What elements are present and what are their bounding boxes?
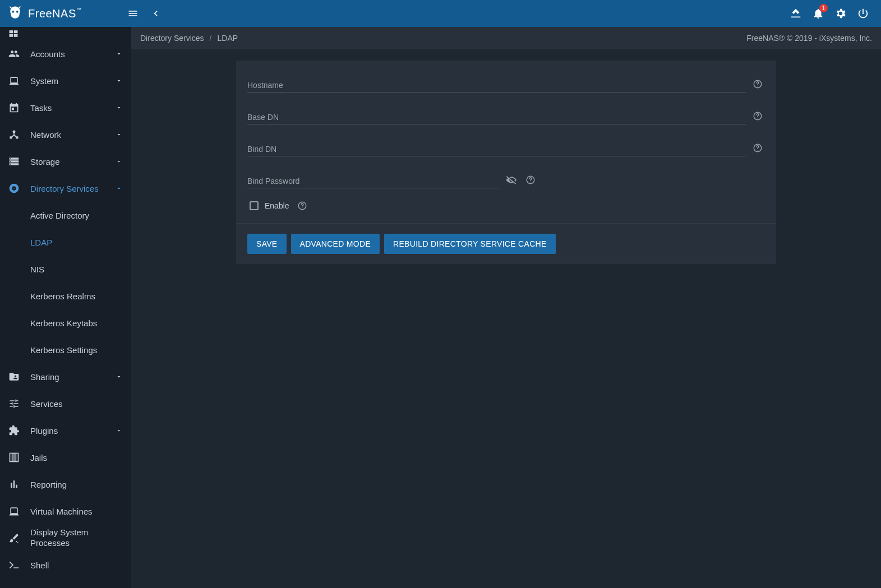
svg-rect-2 — [10, 34, 13, 37]
sidebar-subitem-kerberos-realms[interactable]: Kerberos Realms — [0, 283, 131, 309]
chevron-down-icon — [114, 77, 123, 84]
breadcrumb-sep: / — [210, 34, 212, 43]
chevron-down-icon — [114, 131, 123, 138]
hostname-help-button[interactable] — [750, 77, 765, 91]
save-button[interactable]: SAVE — [247, 234, 287, 254]
sidebar-subitem-kerberos-keytabs[interactable]: Kerberos Keytabs — [0, 309, 131, 336]
sidebar-item-label: Sharing — [30, 372, 104, 382]
bind-password-help-button[interactable] — [523, 173, 538, 187]
topbar: FreeNAS™ 1 — [0, 0, 881, 27]
folder_shared-icon — [8, 371, 20, 382]
chevron-left-icon — [150, 8, 161, 19]
sidebar-item-network[interactable]: Network — [0, 121, 131, 148]
sidebar-item-label: Directory Services — [30, 184, 104, 193]
back-button[interactable] — [144, 2, 167, 25]
sidebar-item-reporting[interactable]: Reporting — [0, 471, 131, 498]
chevron-down-icon — [114, 50, 123, 57]
breadcrumb-page[interactable]: LDAP — [217, 34, 238, 43]
sidebar-item-plugins[interactable]: Plugins — [0, 417, 131, 444]
sidebar-item-system[interactable]: System — [0, 67, 131, 94]
bind-password-input[interactable] — [247, 166, 500, 188]
sidebar: AccountsSystemTasksNetworkStorageDirecto… — [0, 27, 131, 588]
sidebar-subitem-active-directory[interactable]: Active Directory — [0, 202, 131, 229]
svg-rect-1 — [14, 30, 18, 33]
sidebar-item-label: Display System Processes — [30, 527, 104, 549]
sidebar-item-jails[interactable]: Jails — [0, 444, 131, 471]
svg-point-9 — [757, 86, 758, 86]
theme-button[interactable] — [785, 2, 807, 25]
sidebar-item-services[interactable]: Services — [0, 390, 131, 417]
jail-icon — [8, 452, 20, 463]
extension-icon — [8, 425, 20, 436]
sidebar-subitem-nis[interactable]: NIS — [0, 256, 131, 283]
sidebar-item-shell[interactable]: Shell — [0, 552, 131, 578]
advanced-mode-button[interactable]: ADVANCED MODE — [291, 234, 380, 254]
sidebar-item-display-system-processes[interactable]: Display System Processes — [0, 525, 131, 552]
storage-icon — [8, 156, 20, 167]
chevron-down-icon — [114, 104, 123, 111]
chevron-down-icon — [114, 427, 123, 434]
chevron-down-icon — [114, 158, 123, 165]
content-area: Hostname Base DN — [131, 49, 881, 588]
sidebar-item-label: Shell — [30, 561, 104, 570]
terminal-icon — [8, 559, 20, 571]
brand-logo: FreeNAS™ — [7, 5, 122, 22]
sidebar-item-label: Network — [30, 130, 104, 140]
gear-icon — [834, 7, 847, 20]
breadcrumb-root[interactable]: Directory Services — [140, 34, 204, 43]
brush-icon — [8, 533, 20, 544]
svg-rect-3 — [14, 34, 18, 37]
password-visibility-button[interactable] — [504, 173, 519, 187]
sidebar-item-tasks[interactable]: Tasks — [0, 94, 131, 121]
hostname-input[interactable] — [247, 71, 746, 92]
chevron-down-icon — [114, 373, 123, 380]
hamburger-icon — [127, 8, 139, 19]
laptop-icon — [8, 506, 20, 517]
sidebar-item-sharing[interactable]: Sharing — [0, 363, 131, 390]
theme-icon — [790, 7, 802, 20]
album-icon — [8, 183, 20, 194]
ldap-form-card: Hostname Base DN — [236, 61, 776, 264]
sidebar-item-label: Jails — [30, 453, 104, 462]
dashboard-icon — [8, 30, 19, 37]
notifications-button[interactable]: 1 — [807, 2, 829, 25]
sidebar-subitem-kerberos-settings[interactable]: Kerberos Settings — [0, 336, 131, 363]
sidebar-item-label: Plugins — [30, 426, 104, 436]
power-button[interactable] — [852, 2, 874, 25]
rebuild-cache-button[interactable]: REBUILD DIRECTORY SERVICE CACHE — [384, 234, 556, 254]
base-dn-help-button[interactable] — [750, 109, 765, 123]
bind-dn-input[interactable] — [247, 135, 746, 156]
sidebar-item-label: Tasks — [30, 103, 104, 113]
svg-rect-0 — [10, 30, 13, 33]
sidebar-subitem-ldap[interactable]: LDAP — [0, 229, 131, 256]
sidebar-item-virtual-machines[interactable]: Virtual Machines — [0, 498, 131, 525]
svg-point-11 — [757, 118, 758, 118]
enable-help-button[interactable] — [295, 198, 310, 213]
power-icon — [857, 7, 869, 20]
enable-checkbox[interactable] — [250, 201, 259, 210]
sidebar-item-label: System — [30, 76, 104, 86]
freenas-logo-icon — [7, 5, 24, 22]
sidebar-item-directory-services[interactable]: Directory Services — [0, 175, 131, 202]
bind-dn-help-button[interactable] — [750, 141, 765, 155]
sidebar-item-storage[interactable]: Storage — [0, 148, 131, 175]
svg-point-15 — [530, 182, 531, 182]
laptop-icon — [8, 75, 20, 86]
sidebar-item-accounts[interactable]: Accounts — [0, 40, 131, 67]
help-icon — [297, 201, 307, 211]
visibility-off-icon — [505, 174, 518, 186]
settings-button[interactable] — [829, 2, 852, 25]
svg-point-13 — [757, 150, 758, 150]
people-icon — [8, 48, 20, 59]
sidebar-item-label: Storage — [30, 157, 104, 166]
sidebar-item-dashboard-partial[interactable] — [0, 27, 131, 40]
notification-badge: 1 — [819, 4, 828, 12]
brand-name: FreeNAS™ — [28, 7, 81, 20]
base-dn-input[interactable] — [247, 103, 746, 124]
menu-toggle-button[interactable] — [122, 2, 144, 25]
calendar-icon — [8, 102, 20, 113]
enable-label[interactable]: Enable — [265, 201, 289, 210]
help-icon — [753, 143, 763, 153]
sidebar-item-label: Accounts — [30, 49, 104, 59]
device_hub-icon — [8, 129, 20, 140]
